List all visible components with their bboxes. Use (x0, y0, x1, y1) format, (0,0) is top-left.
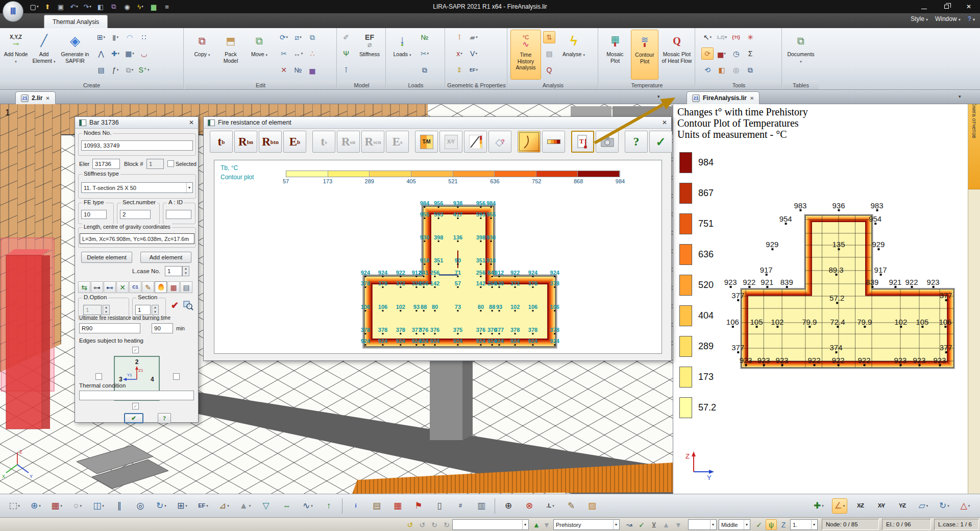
tab-2lir[interactable]: 21 2.lir ✕ (15, 91, 56, 104)
constraints-icon[interactable]: Ψ (340, 47, 352, 60)
tab-list-dropdown-icon[interactable]: ▾ (959, 94, 961, 99)
prehistory-combo[interactable]: Prehistory▾ (553, 519, 620, 530)
rbtn-button[interactable]: Rbtn (259, 131, 282, 153)
temperature-report-button[interactable]: T (571, 131, 594, 153)
thermal-condition-input[interactable] (79, 391, 194, 400)
move-button[interactable]: ⧉ Move ▾ (247, 30, 272, 80)
apply-check-icon[interactable]: ✓ (636, 519, 647, 530)
rsn-button[interactable]: Rsn (337, 131, 360, 153)
rbn-button[interactable]: Rbn (234, 131, 257, 153)
hinge-icon[interactable]: ⊺ (340, 64, 352, 76)
aid-input[interactable] (166, 210, 191, 219)
ground-mark-icon[interactable]: ↑ (321, 498, 336, 514)
selected-column-side[interactable] (42, 255, 50, 429)
path-pointer-icon[interactable]: ↝ (624, 519, 635, 530)
panel-refresh2-icon[interactable]: ⟲ (701, 64, 714, 76)
add-node-button[interactable]: X,Y,Z⊸ Add Node ▾ (3, 30, 29, 80)
tm-mosaic-button[interactable]: T∕M (415, 131, 438, 153)
snapshot-button[interactable] (596, 131, 619, 153)
delete-element-button[interactable]: Delete element (81, 252, 132, 263)
tab-thermal-analysis[interactable]: Thermal Analysis (44, 15, 108, 28)
fire-resistance-dialog[interactable]: Fire resistance of element ✕ tb Rbn Rbtn… (203, 116, 672, 361)
mirror-icon[interactable]: ⧄▾ (292, 31, 304, 43)
lcase-input[interactable]: 1 (165, 266, 182, 276)
z-flash-icon[interactable]: Z (778, 519, 789, 530)
zoom-in-icon[interactable]: ⊕ (501, 498, 516, 514)
pan-axes-icon[interactable]: ✚▾ (811, 498, 826, 514)
erase-icon[interactable]: ✕ (278, 64, 290, 76)
scheme-icon[interactable]: ▤ (369, 498, 384, 514)
scissors-icon[interactable]: ✂ (278, 47, 290, 60)
numbering-icon[interactable]: № (292, 64, 304, 76)
assemble-icon[interactable]: ⧉ (306, 31, 318, 43)
flags-icon[interactable]: ⚑ (411, 498, 426, 514)
generate-in-sapfir-button[interactable]: ◈ Generate in SAPFIR (59, 30, 91, 80)
tab-list-dropdown-icon[interactable]: ▾ (657, 94, 660, 99)
freeze-tc-icon[interactable]: ✳ (744, 31, 756, 43)
chart-mini-icon[interactable]: ▅ (306, 64, 318, 76)
solid-icon[interactable]: ▰▾ (468, 31, 480, 43)
view-xy-button[interactable]: XY▾ (874, 498, 889, 514)
view-yz-button[interactable]: YZ▾ (895, 498, 910, 514)
wrench-icon[interactable]: ✐ (340, 31, 352, 43)
tab-close-icon[interactable]: ✕ (750, 95, 754, 101)
close-icon[interactable]: ✕ (189, 119, 194, 126)
ok-button[interactable]: ✔ (124, 413, 143, 423)
tab-close-icon[interactable]: ✕ (45, 95, 50, 101)
history-fwd-icon[interactable]: ↻ (441, 519, 452, 530)
contour-plot-mode-button[interactable] (518, 131, 541, 153)
sect-number-input[interactable]: 2 (120, 210, 151, 219)
tb-concrete-temp-button[interactable]: tb (210, 131, 233, 153)
frame-icon[interactable]: ⊞▾ (95, 31, 107, 43)
arc-icon[interactable]: ◡ (138, 47, 150, 60)
red-grid-icon[interactable]: ▦ (390, 498, 405, 514)
close-button[interactable]: ✕ (958, 0, 980, 13)
orbit-icon[interactable]: ↻▾ (937, 498, 952, 514)
axes-grid-icon[interactable]: # (453, 498, 468, 514)
polyfilter-icon[interactable]: ∿▾ (300, 498, 315, 514)
minimize-button[interactable] (913, 0, 935, 13)
node-tab-icon[interactable]: ⊷ (104, 281, 116, 293)
parallel-lines-icon[interactable]: ∥ (112, 498, 127, 514)
props-table-tab-icon[interactable]: ▤ (180, 281, 192, 293)
section-input[interactable]: 1 (135, 305, 151, 315)
import-points-icon[interactable]: ∷ (138, 31, 150, 43)
edge-top-checkbox[interactable]: ✓ (132, 347, 139, 353)
lcase-spinner[interactable]: ▲▼ (182, 266, 189, 276)
restore-tab-icon[interactable]: ⇆ (78, 281, 90, 293)
elem-input[interactable]: 31736 (92, 159, 120, 169)
select-cursor-icon[interactable]: ↖▾ (701, 31, 714, 43)
stiffness-combo[interactable]: 11. T-section 25 X 50▾ (81, 182, 193, 193)
column[interactable] (430, 348, 462, 440)
zfxy-icon[interactable]: ƒ▾ (109, 64, 121, 76)
view-plane-icon[interactable]: ∠▾ (832, 498, 847, 514)
bar-dialog[interactable]: Bar 31736 ✕ Nodes No. 10993, 33749 Eler … (75, 116, 199, 423)
rotate-icon[interactable]: ⟳▾ (278, 31, 290, 43)
fe-type-input[interactable]: 10 (81, 210, 107, 219)
middle-combo[interactable]: Middle▾ (719, 519, 750, 530)
style-menu[interactable]: Style▾ (911, 15, 928, 22)
stiffness-button[interactable]: EF⌀ Stiffness (355, 30, 384, 80)
app-logo[interactable]: Ⅲ (3, 1, 23, 22)
empty-combo[interactable]: ▾ (688, 519, 717, 530)
contour-select-icon[interactable]: ◎ (133, 498, 148, 514)
xy-plot-button[interactable]: X∕Y (439, 131, 462, 153)
pan-target-icon[interactable]: ⊕▾ (28, 498, 43, 514)
apply-check-icon[interactable]: ✔ (171, 300, 179, 311)
time-history-analysis-button[interactable]: °C∿ Time History Analysis (510, 30, 541, 80)
help-menu[interactable]: ?▾ (968, 15, 975, 22)
select-frame-icon[interactable]: ▦▾ (49, 498, 64, 514)
doption-input[interactable]: 1 (83, 305, 102, 315)
measure-icon[interactable]: ⊿▾ (216, 498, 232, 514)
sapfir-plus-icon[interactable]: S⁺▾ (138, 64, 150, 76)
hammer-tab-icon[interactable]: ✎ (142, 281, 154, 293)
stopwatch-icon[interactable]: ◷ (730, 47, 742, 60)
projection-plane-icon[interactable]: ▱▾ (916, 498, 931, 514)
fe-table-tab-icon[interactable]: ▦ (167, 281, 180, 293)
add-element-button[interactable]: ╱ Add Element ▾ (31, 30, 57, 80)
l-mode-button[interactable]: .L▾ (543, 498, 558, 514)
truss-icon[interactable]: ⋀ (95, 47, 107, 60)
help-button[interactable]: ? (625, 131, 648, 153)
close-icon[interactable]: ✕ (662, 119, 667, 126)
dots-icon[interactable]: ∴ (306, 47, 318, 60)
